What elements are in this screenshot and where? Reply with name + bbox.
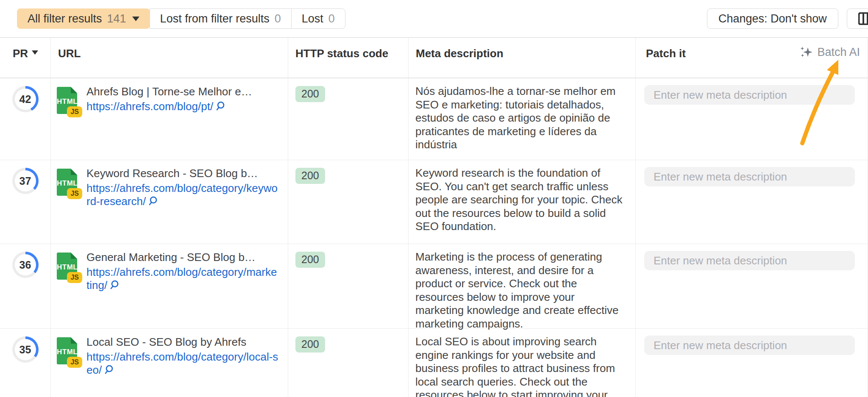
page-title: Keyword Research - SEO Blog b… <box>86 167 279 180</box>
meta-description-text: Marketing is the process of generating a… <box>415 250 624 330</box>
filter-all-results-label: All filter results <box>28 12 102 25</box>
new-meta-description-input[interactable] <box>644 336 855 355</box>
changes-toggle-label: Changes: Don't show <box>718 12 827 25</box>
file-type-label: HTML <box>57 263 77 272</box>
column-header-status-label: HTTP status code <box>295 47 388 60</box>
js-badge: JS <box>67 272 82 283</box>
page-url: https://ahrefs.com/blog/category/local-s… <box>86 350 279 377</box>
patch-cell <box>636 160 868 244</box>
url-cell: HTML JS Local SEO - SEO Blog by Ahrefs h… <box>51 329 288 397</box>
inspect-magnifier-icon[interactable] <box>103 364 114 375</box>
column-header-meta-label: Meta description <box>416 47 504 60</box>
column-header-url-label: URL <box>58 47 81 60</box>
filter-all-results-count: 141 <box>107 12 126 25</box>
columns-icon <box>858 12 868 25</box>
filter-lost-from-results-label: Lost from filter results <box>160 12 270 25</box>
new-meta-description-input[interactable] <box>644 85 855 105</box>
html-file-icon: HTML JS <box>57 169 77 196</box>
filter-lost-count: 0 <box>328 12 335 25</box>
file-icon-fold <box>71 337 77 344</box>
status-badge: 200 <box>295 252 325 268</box>
page-title: Local SEO - SEO Blog by Ahrefs <box>86 336 279 349</box>
url-cell: HTML JS Ahrefs Blog | Torne-se Melhor e…… <box>51 78 288 160</box>
page-url-link[interactable]: https://ahrefs.com/blog/category/marketi… <box>86 266 277 292</box>
sort-desc-icon <box>32 50 38 55</box>
meta-description-text: Local SEO is about improving search engi… <box>415 335 624 397</box>
inspect-magnifier-icon[interactable] <box>109 279 120 290</box>
pr-score-ring: 42 <box>12 86 39 112</box>
file-icon-fold <box>71 253 77 259</box>
html-file-icon: HTML JS <box>57 87 77 114</box>
meta-description-cell: Local SEO is about improving search engi… <box>409 329 636 397</box>
html-file-icon: HTML JS <box>57 337 77 364</box>
page-url-link[interactable]: https://ahrefs.com/blog/category/keyword… <box>86 182 278 208</box>
patch-cell <box>636 329 868 397</box>
meta-description-cell: Nós ajudamos-lhe a tornar-se melhor em S… <box>409 78 636 160</box>
batch-ai-label: Batch AI <box>817 46 860 59</box>
js-badge: JS <box>67 357 82 368</box>
batch-ai-button[interactable]: Batch AI <box>799 45 860 59</box>
filter-bar-right-buttons: Changes: Don't show C <box>707 8 868 29</box>
pr-cell: 42 <box>0 78 51 160</box>
pr-score-value: 35 <box>15 339 36 360</box>
patch-cell <box>636 244 868 329</box>
html-file-icon: HTML JS <box>57 253 77 280</box>
new-meta-description-input[interactable] <box>644 251 855 270</box>
inspect-magnifier-icon[interactable] <box>147 195 159 206</box>
file-type-label: HTML <box>57 97 77 106</box>
page-url-link[interactable]: https://ahrefs.com/blog/category/local-s… <box>86 350 278 376</box>
new-meta-description-input[interactable] <box>644 167 855 186</box>
ai-sparkles-icon <box>799 45 813 59</box>
page-url: https://ahrefs.com/blog/category/keyword… <box>86 182 279 208</box>
page-title: Ahrefs Blog | Torne-se Melhor e… <box>86 85 252 98</box>
status-cell: 200 <box>288 329 409 397</box>
pr-score-ring: 36 <box>12 252 39 278</box>
chevron-down-icon <box>132 17 139 21</box>
meta-description-text: Nós ajudamos-lhe a tornar-se melhor em S… <box>415 85 624 152</box>
file-icon-fold <box>71 169 77 175</box>
column-header-patch: Patch it Batch AI <box>636 38 868 78</box>
column-header-url: URL <box>51 38 288 78</box>
url-text-block: Local SEO - SEO Blog by Ahrefs https://a… <box>86 336 279 397</box>
page-url: https://ahrefs.com/blog/pt/ <box>86 100 252 113</box>
column-header-meta: Meta description <box>409 38 636 78</box>
page-url-link[interactable]: https://ahrefs.com/blog/pt/ <box>86 100 226 113</box>
pr-cell: 35 <box>0 329 51 397</box>
url-text-block: Ahrefs Blog | Torne-se Melhor e… https:/… <box>86 85 252 160</box>
filter-lost-button[interactable]: Lost 0 <box>291 8 345 29</box>
column-header-patch-label: Patch it <box>646 45 686 60</box>
column-header-pr-label: PR <box>13 47 28 60</box>
changes-toggle-button[interactable]: Changes: Don't show <box>707 8 838 29</box>
filter-all-results-button[interactable]: All filter results 141 <box>17 8 150 29</box>
pr-score-ring: 35 <box>12 336 39 363</box>
url-cell: HTML JS General Marketing - SEO Blog b… … <box>51 244 288 329</box>
url-text-block: Keyword Research - SEO Blog b… https://a… <box>86 167 279 244</box>
status-badge: 200 <box>295 168 325 184</box>
file-icon-fold <box>71 87 77 93</box>
meta-description-cell: Marketing is the process of generating a… <box>409 244 636 329</box>
columns-button[interactable]: C <box>847 8 868 29</box>
pr-score-ring: 37 <box>12 168 39 194</box>
js-badge: JS <box>67 188 82 199</box>
filter-lost-from-results-count: 0 <box>275 12 281 25</box>
js-badge: JS <box>67 106 82 117</box>
url-cell: HTML JS Keyword Research - SEO Blog b… h… <box>51 160 288 244</box>
pr-score-value: 37 <box>15 170 36 192</box>
file-type-label: HTML <box>57 348 77 356</box>
column-header-pr[interactable]: PR <box>0 38 51 78</box>
patch-cell <box>636 78 868 160</box>
page-url: https://ahrefs.com/blog/category/marketi… <box>86 266 279 292</box>
filter-segmented-control: All filter results 141 Lost from filter … <box>17 8 345 29</box>
status-badge: 200 <box>295 86 325 102</box>
filter-lost-label: Lost <box>302 12 323 25</box>
column-header-status: HTTP status code <box>288 38 409 78</box>
url-text-block: General Marketing - SEO Blog b… https://… <box>86 251 279 328</box>
status-cell: 200 <box>288 78 409 160</box>
filter-lost-from-results-button[interactable]: Lost from filter results 0 <box>150 8 292 29</box>
inspect-magnifier-icon[interactable] <box>215 100 226 111</box>
pr-cell: 37 <box>0 160 51 244</box>
filter-bar: All filter results 141 Lost from filter … <box>0 0 868 37</box>
pr-cell: 36 <box>0 244 51 329</box>
status-badge: 200 <box>295 336 325 353</box>
status-cell: 200 <box>288 244 409 329</box>
